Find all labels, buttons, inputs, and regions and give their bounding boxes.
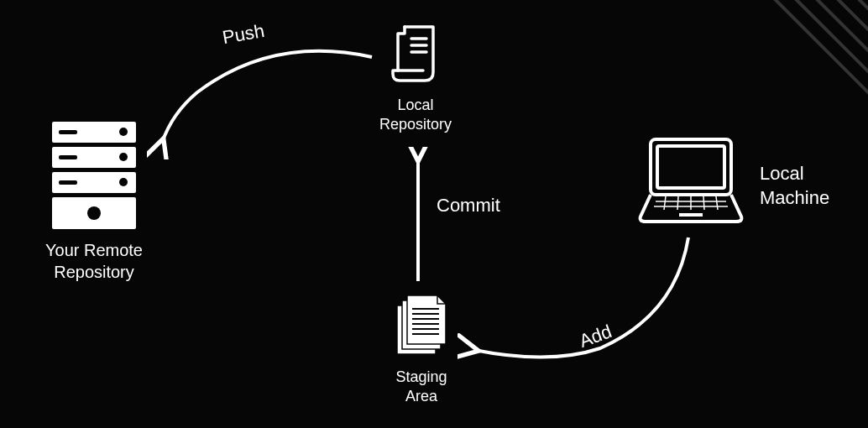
svg-rect-26 [657,146,724,188]
node-label: Your Remote Repository [45,239,143,283]
svg-line-1 [738,0,868,159]
svg-line-4 [801,0,868,159]
node-label: Staging Area [395,368,447,407]
documents-stack-icon [392,294,451,361]
svg-rect-14 [59,180,77,185]
arrow-push [147,42,390,159]
document-scroll-icon [386,23,445,89]
node-remote-repo: Your Remote Repository [44,122,144,283]
svg-point-9 [119,128,128,136]
arrow-commit [401,147,435,290]
arrow-add [458,231,701,373]
arrow-label-commit: Commit [437,195,500,217]
svg-point-15 [87,206,101,220]
svg-line-33 [703,196,704,210]
svg-rect-10 [59,130,77,134]
svg-line-34 [716,196,718,210]
svg-line-31 [677,196,678,210]
server-icon [44,122,144,231]
svg-point-11 [119,153,128,161]
laptop-icon [632,134,750,227]
svg-line-2 [759,0,868,159]
node-local-machine [632,134,750,227]
node-label: Local Machine [760,162,829,210]
svg-rect-12 [59,155,77,159]
svg-line-30 [664,196,666,210]
node-staging-area: Staging Area [392,294,451,407]
svg-point-13 [119,178,128,186]
